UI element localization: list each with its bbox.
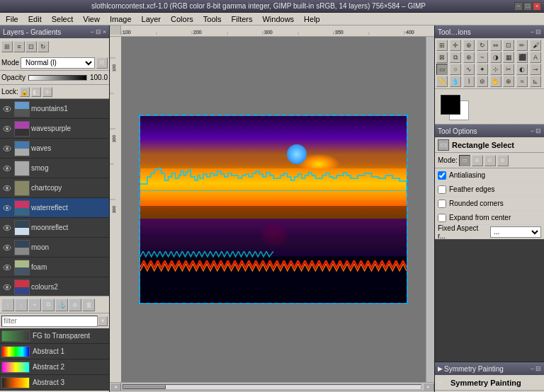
filter-config-button[interactable]: ▼ xyxy=(98,316,108,326)
menu-item-view[interactable]: View xyxy=(79,13,104,25)
layer-visibility-icon[interactable] xyxy=(1,183,13,194)
tool-paint[interactable]: 🖌 xyxy=(530,40,541,51)
expand-checkbox[interactable] xyxy=(438,214,446,222)
symmetry-expand-icon[interactable]: ▶ xyxy=(438,365,443,372)
tool-move[interactable]: ✛ xyxy=(450,40,461,51)
gradient-item[interactable]: Abstract 3 xyxy=(0,375,109,391)
gradient-item[interactable]: FG to Transparent xyxy=(0,328,109,344)
tool-new[interactable]: ⊞ xyxy=(436,40,448,51)
scrollbar-thumb[interactable] xyxy=(123,385,166,389)
layers-collapse-button[interactable]: − xyxy=(90,28,94,35)
layers-detach-button[interactable]: ⊟ xyxy=(96,28,101,35)
filter-input[interactable] xyxy=(1,316,98,327)
tool-pencil[interactable]: ✏ xyxy=(516,40,528,51)
tool-extra3[interactable]: ⊾ xyxy=(530,76,541,87)
tool-smear[interactable]: ~ xyxy=(477,52,488,63)
menu-item-tools[interactable]: Tools xyxy=(199,13,226,25)
tool-gradient[interactable]: ▦ xyxy=(503,52,514,63)
tool-options-detach[interactable]: ⊟ xyxy=(536,127,541,134)
menu-item-filters[interactable]: Filters xyxy=(227,13,257,25)
tool-ellipse-select[interactable]: ○ xyxy=(450,64,461,75)
tool-text[interactable]: A xyxy=(530,52,541,63)
layer-item[interactable]: colours2 xyxy=(0,277,109,296)
menu-item-select[interactable]: Select xyxy=(47,13,78,25)
layer-visibility-icon[interactable] xyxy=(1,202,13,214)
tool-flip[interactable]: ⇔ xyxy=(490,40,502,51)
minimize-button[interactable]: − xyxy=(514,2,523,11)
tool-fill[interactable]: ⬛ xyxy=(516,52,528,63)
layers-tool-btn-2[interactable]: ≡ xyxy=(13,41,25,52)
tool-dodge[interactable]: ◑ xyxy=(490,52,502,63)
layer-move-up-button[interactable]: ↑ xyxy=(1,299,14,311)
layer-item[interactable]: moonreflect xyxy=(0,218,109,238)
mode-select[interactable]: Normal (l) xyxy=(21,57,95,69)
tool-rotate[interactable]: ↻ xyxy=(477,40,488,51)
tool-measure[interactable]: 📏 xyxy=(436,76,448,87)
tools-collapse-button[interactable]: − xyxy=(531,28,534,35)
tool-rect-select[interactable]: ▭ xyxy=(436,64,448,75)
mode-subtract-button[interactable]: ⊖ xyxy=(484,155,496,166)
tool-paths[interactable]: ⊸ xyxy=(530,64,541,75)
opacity-slider[interactable] xyxy=(28,75,87,81)
horizontal-scrollbar[interactable]: ◂ ▸ xyxy=(110,382,434,391)
tool-colorpicker[interactable]: 💧 xyxy=(450,76,461,87)
layer-new-button[interactable]: + xyxy=(28,299,41,311)
menu-item-colors[interactable]: Colors xyxy=(166,13,198,25)
tool-clone[interactable]: ⧉ xyxy=(450,52,461,63)
gradient-item[interactable]: Abstract 2 xyxy=(0,359,109,375)
layer-visibility-icon[interactable] xyxy=(1,123,13,134)
menu-item-windows[interactable]: Windows xyxy=(258,13,298,25)
layer-visibility-icon[interactable] xyxy=(1,103,13,115)
scroll-right-button[interactable]: ▸ xyxy=(423,383,434,391)
menu-item-help[interactable]: Help xyxy=(300,13,324,25)
layer-visibility-icon[interactable] xyxy=(1,222,13,234)
menu-item-layer[interactable]: Layer xyxy=(137,13,166,25)
layer-visibility-icon[interactable] xyxy=(1,143,13,154)
canvas-viewport[interactable] xyxy=(121,37,426,382)
layer-item[interactable]: waterreflect xyxy=(0,198,109,218)
tool-align[interactable]: ⊜ xyxy=(477,76,488,87)
layer-item[interactable]: waves xyxy=(0,139,109,158)
layer-merge-button[interactable]: ⊕ xyxy=(69,299,81,311)
fixed-select[interactable]: ... xyxy=(490,226,541,238)
feather-checkbox[interactable] xyxy=(438,185,446,194)
layer-item[interactable]: moon xyxy=(0,238,109,258)
foreground-color-swatch[interactable] xyxy=(441,95,460,115)
menu-item-file[interactable]: File xyxy=(1,13,23,25)
tool-free-select[interactable]: ∿ xyxy=(463,64,475,75)
layer-visibility-icon[interactable] xyxy=(1,163,13,174)
tool-heal[interactable]: ⊕ xyxy=(463,52,475,63)
maximize-button[interactable]: □ xyxy=(523,2,532,11)
layer-item[interactable]: wavespurple xyxy=(0,119,109,139)
gradient-item[interactable]: Abstract 1 xyxy=(0,344,109,359)
layer-anchor-button[interactable]: ⚓ xyxy=(55,299,68,311)
tool-foreground-select[interactable]: ◐ xyxy=(516,64,528,75)
mode-replace-button[interactable]: ▭ xyxy=(459,155,470,166)
layers-tool-btn-4[interactable]: ↻ xyxy=(38,41,49,52)
tool-select-color[interactable]: ⊹ xyxy=(490,64,502,75)
layer-delete-button[interactable]: 🗑 xyxy=(82,299,95,311)
layers-tool-btn-1[interactable]: ⊞ xyxy=(1,41,13,52)
rounded-checkbox[interactable] xyxy=(438,200,446,208)
symmetry-detach[interactable]: ⊟ xyxy=(536,365,541,372)
layer-visibility-icon[interactable] xyxy=(1,262,13,273)
symmetry-collapse[interactable]: − xyxy=(531,365,534,372)
lock-position-button[interactable]: ✛ xyxy=(42,87,52,97)
layer-item[interactable]: mountains1 xyxy=(0,99,109,119)
layers-tool-btn-3[interactable]: ⊡ xyxy=(26,41,37,52)
tool-extra2[interactable]: ≈ xyxy=(516,76,528,87)
tool-zoom[interactable]: ⊕ xyxy=(463,40,475,51)
tools-detach-button[interactable]: ⊟ xyxy=(536,28,541,35)
layer-item[interactable]: smog xyxy=(0,158,109,178)
scroll-left-button[interactable]: ◂ xyxy=(110,383,121,391)
tool-options-collapse[interactable]: − xyxy=(531,127,534,134)
tool-fuzzy-select[interactable]: ✦ xyxy=(477,64,488,75)
layer-visibility-icon[interactable] xyxy=(1,282,13,293)
antialiasing-checkbox[interactable] xyxy=(438,171,446,180)
mode-add-button[interactable]: ⊕ xyxy=(472,155,483,166)
layer-move-down-button[interactable]: ↓ xyxy=(15,299,28,311)
tool-extra1[interactable]: ⊕ xyxy=(503,76,514,87)
tool-warp[interactable]: ⌇ xyxy=(463,76,475,87)
layer-visibility-icon[interactable] xyxy=(1,242,13,253)
tool-crop[interactable]: ⊡ xyxy=(503,40,514,51)
